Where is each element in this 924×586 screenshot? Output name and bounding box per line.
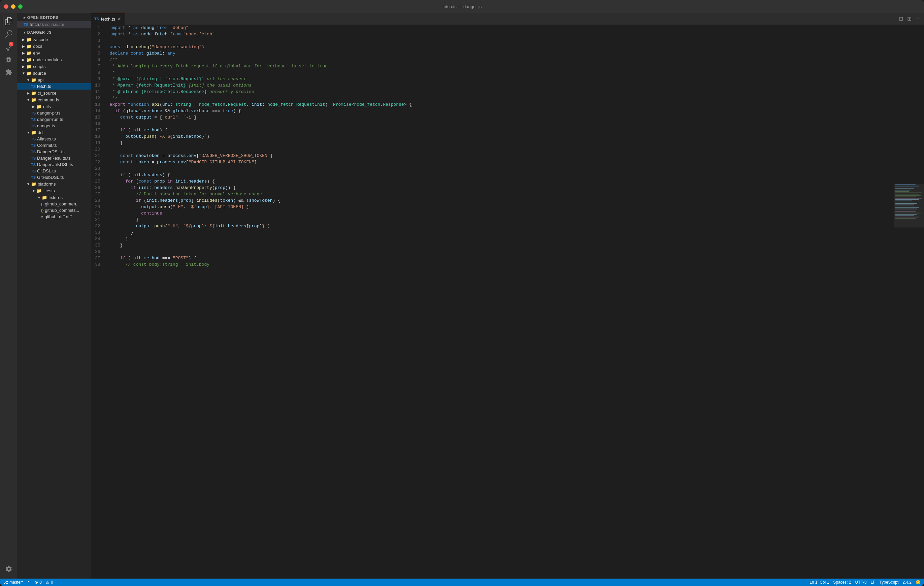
- file-name: GitDSL.ts: [37, 168, 56, 173]
- tree-item-vscode[interactable]: ▶ 📁 .vscode: [17, 36, 91, 43]
- code-line-32: output.push("-H", `${prop}: ${init.heade…: [110, 223, 894, 229]
- open-editor-fetch-ts[interactable]: TS fetch.ts source/api: [17, 21, 91, 28]
- maximize-button[interactable]: [18, 4, 23, 9]
- tree-item-env[interactable]: ▶ 📁 env: [17, 50, 91, 56]
- folder-name: docs: [33, 44, 42, 49]
- tree-item-ci-source[interactable]: ▶ 📁 ci_source: [17, 89, 91, 96]
- warnings-status[interactable]: ⚠ 0: [46, 580, 53, 584]
- tree-item-aliases[interactable]: TS Aliases.ts: [17, 136, 91, 142]
- chevron-down-icon: ▼: [21, 70, 26, 76]
- tree-item-github-commen[interactable]: {} github_commen...: [17, 201, 91, 207]
- tree-item-api[interactable]: ▼ 📁 api: [17, 76, 91, 83]
- extensions-icon[interactable]: [3, 67, 14, 78]
- ts-file-icon: TS: [31, 144, 36, 147]
- code-line-11: * @returns {Promise<fetch.Response>} net…: [110, 89, 894, 95]
- split-editor-icon[interactable]: ⊡: [898, 14, 904, 23]
- minimize-button[interactable]: [11, 4, 15, 9]
- tree-item-utils[interactable]: ▶ 📁 utils: [17, 103, 91, 110]
- tree-item-dangerdsl[interactable]: TS DangerDSL.ts: [17, 149, 91, 155]
- cursor-position[interactable]: Ln 1, Col 1: [810, 580, 829, 584]
- chevron-down-icon: ▼: [31, 188, 36, 193]
- file-name: DangerResults.ts: [37, 155, 71, 161]
- warning-icon: ⚠: [46, 580, 50, 584]
- tab-close-button[interactable]: ✕: [117, 16, 121, 21]
- tree-item-node-modules[interactable]: ▶ 📁 node_modules: [17, 56, 91, 63]
- settings-icon[interactable]: [3, 563, 14, 574]
- file-name: GitHubDSL.ts: [37, 175, 64, 180]
- debug-icon[interactable]: [3, 54, 14, 65]
- open-editor-path: source/api: [45, 22, 64, 27]
- chevron-down-icon: ▼: [26, 181, 31, 187]
- emoji-status[interactable]: 😊: [916, 580, 921, 584]
- tree-item-commands[interactable]: ▼ 📁 commands: [17, 96, 91, 103]
- error-icon: ⊗: [35, 580, 38, 584]
- line-numbers: 12345 678910 1112131415 1617181920 21222…: [91, 25, 104, 579]
- branch-status[interactable]: ⎇ master*: [3, 580, 23, 584]
- file-name: danger.ts: [37, 123, 55, 128]
- activity-bar: 1: [0, 13, 17, 579]
- project-title: ▾ DANGER-JS: [17, 28, 91, 36]
- tree-item-githubdsl[interactable]: TS GitHubDSL.ts: [17, 174, 91, 180]
- tree-item-github-diff[interactable]: ≡ github_diff.diff: [17, 213, 91, 220]
- error-count: 0: [40, 580, 42, 584]
- tree-item-dangerresults[interactable]: TS DangerResults.ts: [17, 155, 91, 161]
- explorer-icon[interactable]: [3, 15, 14, 27]
- sync-icon: ↻: [27, 580, 31, 584]
- ts-file-icon: TS: [31, 175, 36, 180]
- tree-item-github-commits[interactable]: {} github_commits...: [17, 207, 91, 213]
- diff-file-icon: ≡: [41, 215, 43, 219]
- code-line-30: continue: [110, 210, 894, 216]
- chevron-down-icon: ▼: [26, 130, 31, 135]
- folder-name: node_modules: [33, 57, 62, 62]
- chevron-right-icon: ▶: [21, 43, 26, 49]
- file-name: Aliases.ts: [37, 136, 56, 142]
- tree-item-tests[interactable]: ▼ 📁 _tests: [17, 187, 91, 194]
- file-name: danger-run.ts: [37, 117, 63, 122]
- tree-item-dsl[interactable]: ▼ 📁 dsl: [17, 129, 91, 136]
- errors-status[interactable]: ⊗ 0: [35, 580, 42, 584]
- file-name: fetch.ts: [37, 84, 51, 89]
- tree-item-gitdsl[interactable]: TS GitDSL.ts: [17, 168, 91, 174]
- tree-item-dangerutilsdsl[interactable]: TS DangerUtilsDSL.ts: [17, 161, 91, 168]
- tree-item-source[interactable]: ▼ 📁 source: [17, 70, 91, 76]
- toggle-layout-icon[interactable]: ⊞: [906, 14, 913, 23]
- json-file-icon: {}: [41, 208, 43, 213]
- eol-setting[interactable]: LF: [871, 580, 876, 584]
- tree-item-danger-ts[interactable]: TS danger.ts: [17, 122, 91, 129]
- status-bar: ⎇ master* ↻ ⊗ 0 ⚠ 0 Ln 1, Col 1 Spaces: …: [0, 579, 924, 586]
- spaces-setting[interactable]: Spaces: 2: [833, 580, 851, 584]
- open-editor-name: fetch.ts: [30, 22, 44, 27]
- tab-bar-actions: ⊡ ⊞ ···: [898, 14, 924, 23]
- tree-item-fetch-ts[interactable]: TS fetch.ts: [17, 83, 91, 89]
- tree-item-danger-pr[interactable]: TS danger-pr.ts: [17, 110, 91, 116]
- tree-item-docs[interactable]: ▶ 📁 docs: [17, 43, 91, 50]
- encoding-setting[interactable]: UTF-8: [855, 580, 867, 584]
- tree-item-scripts[interactable]: ▶ 📁 scripts: [17, 63, 91, 70]
- ts-version[interactable]: 2.4.2: [903, 580, 912, 584]
- tree-item-platforms[interactable]: ▼ 📁 platforms: [17, 180, 91, 187]
- tab-fetch-ts[interactable]: TS fetch.ts ✕: [91, 13, 125, 25]
- ts-file-icon: TS: [23, 23, 28, 26]
- sync-status[interactable]: ↻: [27, 580, 31, 584]
- ts-file-icon: TS: [31, 117, 36, 122]
- warning-count: 0: [51, 580, 53, 584]
- source-control-icon[interactable]: 1: [3, 41, 14, 53]
- language-mode[interactable]: TypeScript: [879, 580, 899, 584]
- more-actions-icon[interactable]: ···: [914, 15, 921, 23]
- code-line-9: * @param {{string | fetch.Request}} url …: [110, 76, 894, 82]
- ts-file-icon: TS: [31, 84, 36, 89]
- folder-name: platforms: [38, 182, 56, 187]
- close-button[interactable]: [4, 4, 8, 9]
- code-content[interactable]: import * as debug from "debug" import * …: [104, 25, 894, 579]
- folder-name: env: [33, 51, 40, 56]
- chevron-right-icon: ▶: [21, 50, 26, 56]
- tree-item-danger-run[interactable]: TS danger-run.ts: [17, 116, 91, 122]
- search-icon[interactable]: [3, 28, 14, 40]
- sidebar: ▸ OPEN EDITORS TS fetch.ts source/api ▾ …: [17, 13, 91, 579]
- tree-item-fixtures[interactable]: ▼ 📁 fixtures: [17, 194, 91, 201]
- ts-file-icon: TS: [31, 111, 36, 115]
- code-line-17: if (init.method) {: [110, 127, 894, 134]
- tree-item-commit[interactable]: TS Commit.ts: [17, 142, 91, 149]
- folder-name: .vscode: [33, 37, 48, 42]
- tab-bar: TS fetch.ts ✕ ⊡ ⊞ ···: [91, 13, 924, 25]
